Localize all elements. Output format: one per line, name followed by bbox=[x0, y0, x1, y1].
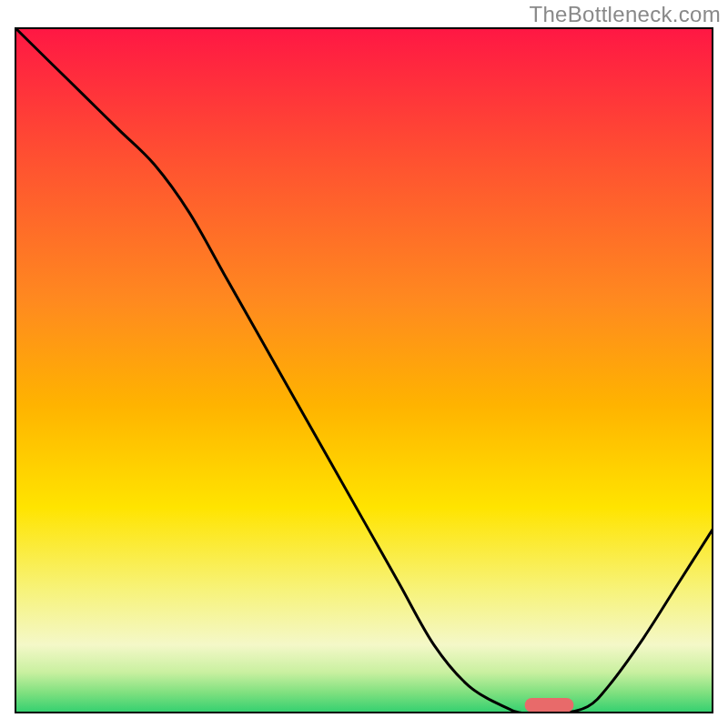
optimal-marker-pill bbox=[15, 27, 713, 713]
watermark-label: TheBottleneck.com bbox=[529, 2, 721, 27]
svg-rect-1 bbox=[525, 698, 574, 713]
chart-stage: TheBottleneck.com bbox=[0, 0, 728, 728]
plot-area bbox=[15, 27, 713, 713]
